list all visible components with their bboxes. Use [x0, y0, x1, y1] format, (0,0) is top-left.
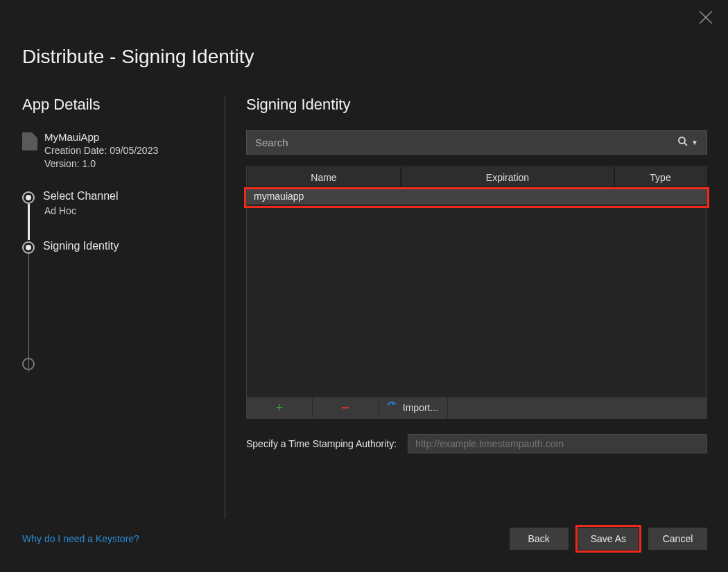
app-version: Version: 1.0: [44, 158, 158, 169]
tsa-input[interactable]: [408, 434, 707, 453]
minus-icon: −: [341, 400, 349, 416]
step-dot-filled-icon: [22, 241, 35, 254]
table-header: Name Expiration Type: [247, 166, 707, 187]
page-title: Distribute - Signing Identity: [0, 0, 728, 68]
app-name: MyMauiApp: [44, 131, 158, 143]
why-keystore-link[interactable]: Why do I need a Keystore?: [22, 533, 139, 544]
col-name[interactable]: Name: [247, 166, 401, 187]
main-panel: Signing Identity ▼ Name Expiration Type …: [225, 96, 728, 519]
save-as-button[interactable]: Save As: [578, 528, 639, 550]
cancel-button[interactable]: Cancel: [648, 528, 707, 550]
import-label: Import...: [403, 402, 438, 413]
identity-table: Name Expiration Type mymauiapp + − I: [246, 166, 707, 419]
table-toolbar: + − Import...: [247, 397, 707, 418]
tsa-label: Specify a Time Stamping Authority:: [246, 438, 397, 449]
table-row[interactable]: mymauiapp: [247, 187, 707, 205]
sidebar-title: App Details: [22, 96, 202, 114]
app-details: MyMauiApp Creation Date: 09/05/2023 Vers…: [22, 131, 202, 169]
step-label: Select Channel: [43, 190, 202, 202]
col-expiration[interactable]: Expiration: [401, 166, 614, 187]
import-button[interactable]: Import...: [379, 397, 448, 418]
chevron-down-icon[interactable]: ▼: [691, 139, 698, 146]
back-button[interactable]: Back: [510, 528, 569, 550]
step-dot-filled-icon: [22, 191, 35, 204]
step-signing-identity[interactable]: Signing Identity: [25, 240, 202, 252]
step-select-channel[interactable]: Select Channel Ad Hoc: [25, 190, 202, 216]
app-creation-date: Creation Date: 09/05/2023: [44, 145, 158, 156]
add-button[interactable]: +: [247, 397, 313, 418]
highlight-save-annotation: Save As: [575, 525, 641, 553]
search-icon[interactable]: [677, 136, 688, 149]
search-box[interactable]: ▼: [246, 130, 707, 155]
svg-line-3: [684, 143, 687, 146]
cell-name: mymauiapp: [247, 191, 401, 202]
close-button[interactable]: [699, 10, 713, 24]
col-type[interactable]: Type: [614, 166, 707, 187]
sidebar: App Details MyMauiApp Creation Date: 09/…: [0, 96, 225, 519]
remove-button[interactable]: −: [313, 397, 379, 418]
archive-icon: [22, 132, 37, 150]
svg-point-2: [679, 137, 685, 144]
plus-icon: +: [276, 401, 284, 415]
main-title: Signing Identity: [246, 96, 707, 114]
step-dot-empty-icon: [22, 358, 35, 370]
import-icon: [388, 401, 399, 414]
step-sub: Ad Hoc: [43, 205, 202, 216]
search-input[interactable]: [255, 137, 677, 148]
step-label: Signing Identity: [43, 240, 202, 252]
